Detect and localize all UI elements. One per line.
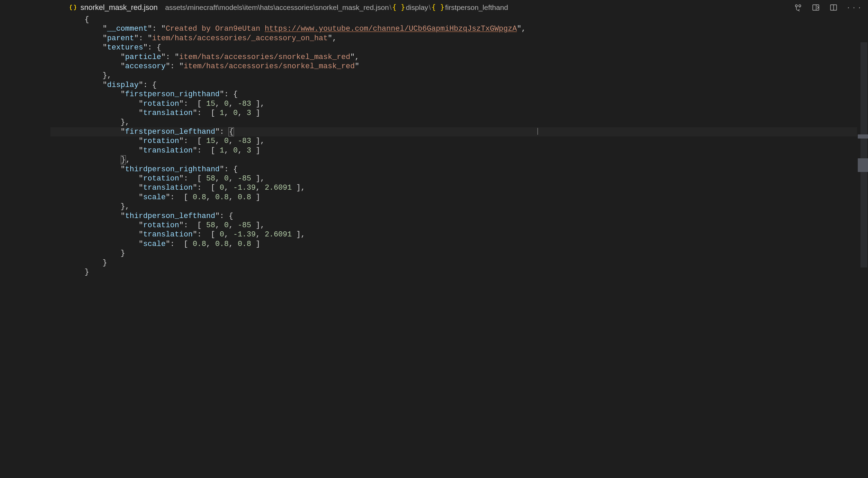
code-line[interactable]: "thirdperson_lefthand": {	[50, 212, 857, 221]
editor-tabbar: snorkel_mask_red.json assets\minecraft\m…	[0, 0, 868, 15]
code-line[interactable]: "parent": "item/hats/accessories/_access…	[50, 34, 857, 43]
code-line[interactable]: },	[50, 155, 857, 164]
code-line[interactable]: "display": {	[50, 81, 857, 90]
breadcrumb-node-display[interactable]: display	[406, 3, 428, 12]
breadcrumb-path[interactable]: assets\minecraft\models\item\hats\access…	[165, 3, 389, 12]
code-line[interactable]: "rotation": [ 15, 0, -83 ],	[50, 136, 857, 146]
url-link[interactable]: https://www.youtube.com/channel/UCb6Gapm…	[265, 25, 517, 33]
code-line[interactable]: "translation": [ 1, 0, 3 ]	[50, 146, 857, 155]
code-line[interactable]: "rotation": [ 15, 0, -83 ],	[50, 99, 857, 108]
bracket-match-close: }	[121, 155, 126, 164]
editor-scrollbar[interactable]	[858, 15, 868, 478]
code-line[interactable]: "particle": "item/hats/accessories/snork…	[50, 53, 857, 62]
code-line[interactable]: "translation": [ 0, -1.39, 2.6091 ],	[50, 183, 857, 192]
code-line[interactable]: "thirdperson_righthand": {	[50, 165, 857, 174]
code-line[interactable]: "translation": [ 1, 0, 3 ]	[50, 108, 857, 118]
code-line[interactable]: },	[50, 71, 857, 80]
more-actions-icon[interactable]: · · ·	[847, 3, 861, 12]
code-line[interactable]: "scale": [ 0.8, 0.8, 0.8 ]	[50, 193, 857, 202]
code-line-current[interactable]: "firstperson_lefthand": {	[50, 127, 857, 136]
code-line[interactable]: }	[50, 267, 857, 277]
code-line[interactable]: "rotation": [ 58, 0, -85 ],	[50, 174, 857, 183]
breadcrumb-bar[interactable]: assets\minecraft\models\item\hats\access…	[165, 3, 508, 12]
open-file-tab[interactable]: snorkel_mask_red.json	[80, 3, 158, 12]
open-preview-icon[interactable]	[812, 3, 820, 12]
code-line[interactable]: {	[50, 15, 857, 24]
code-line[interactable]: "__comment": "Created by Oran9eUtan http…	[50, 24, 857, 33]
code-line[interactable]: }	[50, 249, 857, 258]
text-editor[interactable]: { "__comment": "Created by Oran9eUtan ht…	[0, 15, 868, 478]
code-line[interactable]: "accessory": "item/hats/accessories/snor…	[50, 62, 857, 71]
code-line[interactable]: "firstperson_righthand": {	[50, 90, 857, 99]
bracket-match-open: {	[229, 127, 234, 136]
breadcrumb-object-icon: { }	[392, 3, 405, 12]
code-line[interactable]: "rotation": [ 58, 0, -85 ],	[50, 221, 857, 230]
code-line[interactable]: }	[50, 258, 857, 267]
code-line[interactable]: },	[50, 202, 857, 211]
code-line[interactable]: "textures": {	[50, 43, 857, 52]
split-editor-icon[interactable]	[829, 3, 838, 12]
compare-changes-icon[interactable]	[794, 3, 802, 12]
svg-rect-0	[813, 5, 819, 10]
breadcrumb-node-leaf[interactable]: firstperson_lefthand	[445, 3, 508, 12]
text-cursor	[538, 128, 538, 135]
breadcrumb-object-icon: { }	[431, 3, 444, 12]
code-line[interactable]: "scale": [ 0.8, 0.8, 0.8 ]	[50, 240, 857, 249]
code-line[interactable]: },	[50, 118, 857, 127]
json-braces-icon	[69, 3, 77, 12]
code-line[interactable]: "translation": [ 0, -1.39, 2.6091 ],	[50, 230, 857, 239]
